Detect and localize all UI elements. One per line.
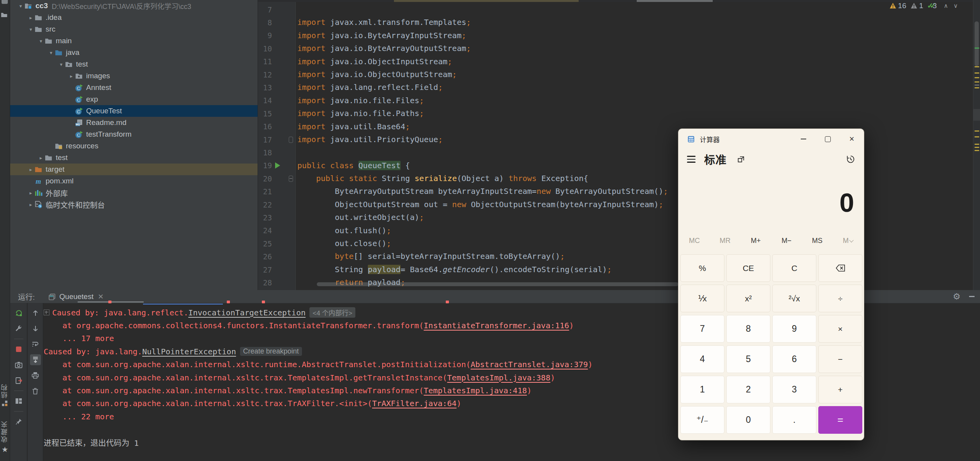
calc-button-square-root[interactable]: ²√x [772, 285, 816, 312]
inspections-widget[interactable]: 16 1 ✓✓ 3 ∧ ∨ [889, 1, 958, 10]
stacktrace-link[interactable]: TemplatesImpl.java:418 [424, 386, 527, 395]
calc-button-decimal[interactable]: . [772, 406, 816, 434]
memory-button-m[interactable]: M+ [747, 236, 765, 245]
error-stripe-mark[interactable] [975, 81, 979, 83]
code-editor[interactable]: 78import javax.xml.transform.Templates;9… [258, 0, 980, 290]
stacktrace-link[interactable]: AbstractTranslet.java:379 [471, 360, 588, 369]
cut-tool-icon[interactable] [2, 0, 8, 4]
stacktrace-link[interactable]: TrAXFilter.java:64 [372, 399, 457, 408]
fold-handle-icon[interactable] [289, 137, 293, 143]
tree-item-queuetest[interactable]: CQueueTest [10, 105, 258, 117]
tree-item-testtransform[interactable]: CtestTransform [10, 128, 258, 140]
calc-button-four[interactable]: 4 [680, 345, 724, 373]
calc-button-clear[interactable]: C [772, 254, 816, 282]
scroll-to-end-icon[interactable] [30, 354, 41, 365]
next-problem-chevron-icon[interactable]: ∨ [954, 2, 958, 9]
error-stripe-mark[interactable] [975, 147, 979, 148]
tree-item-anntest[interactable]: CAnntest [10, 82, 258, 93]
chevron-down-icon[interactable]: ▾ [37, 38, 45, 44]
project-tool-icon[interactable] [1, 11, 9, 17]
tree-item-外部库[interactable]: ▸外部库 [10, 187, 258, 199]
tree-item-images[interactable]: ▸images [10, 70, 258, 82]
chevron-right-icon[interactable]: ▸ [37, 155, 45, 161]
calc-button-seven[interactable]: 7 [680, 315, 724, 343]
calc-button-eight[interactable]: 8 [726, 315, 770, 343]
calc-button-nine[interactable]: 9 [772, 315, 816, 343]
weak-warnings-group[interactable]: 1 [910, 2, 923, 10]
tree-item-resources[interactable]: resources [10, 140, 258, 152]
error-stripe-mark[interactable] [975, 77, 979, 78]
stacktrace-link[interactable]: InstantiateTransformer.java:116 [424, 321, 569, 330]
memory-button-m[interactable]: M [839, 236, 857, 245]
error-stripe-mark[interactable] [975, 84, 979, 86]
editor-horizontal-scrollbar[interactable] [317, 282, 678, 286]
error-stripe-mark[interactable] [975, 48, 979, 49]
calc-button-percent[interactable]: % [680, 254, 724, 282]
memory-button-ms[interactable]: MS [808, 236, 826, 245]
chevron-right-icon[interactable]: ▸ [27, 190, 35, 196]
calc-button-minus[interactable]: − [818, 345, 862, 373]
chevron-right-icon[interactable]: ▸ [67, 73, 75, 79]
tree-item-test[interactable]: ▸test [10, 152, 258, 164]
camera-icon[interactable] [13, 359, 24, 370]
chevron-down-icon[interactable]: ▾ [17, 3, 25, 9]
tree-item-exp[interactable]: Cexp [10, 93, 258, 105]
chevron-right-icon[interactable]: ▸ [27, 167, 35, 172]
edit-configuration-wrench-icon[interactable] [13, 323, 24, 334]
gear-icon[interactable]: ⚙ [953, 292, 961, 301]
typos-group[interactable]: ✓✓ 3 [927, 1, 937, 10]
stacktrace-link[interactable]: TemplatesImpl.java:388 [447, 373, 551, 382]
tree-item-临时文件和控制台[interactable]: ▸临时文件和控制台 [10, 199, 258, 210]
calc-button-three[interactable]: 3 [772, 376, 816, 403]
stripe-structure-button[interactable]: 结构 [0, 384, 10, 406]
tree-item-main[interactable]: ▾main [10, 35, 258, 47]
prev-problem-chevron-icon[interactable]: ∧ [944, 2, 948, 9]
tree-item-idea[interactable]: ▸.idea [10, 12, 258, 23]
clear-all-trash-icon[interactable] [30, 385, 41, 396]
error-stripe-mark[interactable] [975, 144, 979, 145]
keep-on-top-icon[interactable] [737, 155, 745, 164]
chevron-down-icon[interactable]: ▾ [27, 26, 35, 32]
down-stack-arrow-icon[interactable] [30, 323, 41, 334]
calc-button-equals[interactable]: = [818, 406, 862, 434]
warnings-group[interactable]: 16 [889, 2, 906, 10]
hamburger-menu-icon[interactable] [687, 156, 696, 163]
calc-button-negate[interactable]: ⁺/₋ [680, 406, 724, 434]
stop-button[interactable] [13, 344, 24, 355]
tree-item-java[interactable]: ▾java [10, 47, 258, 58]
pin-icon[interactable] [13, 416, 24, 427]
error-stripe-mark[interactable] [975, 87, 979, 88]
exit-icon[interactable] [13, 375, 24, 386]
calculator-titlebar[interactable]: 计算器 × [678, 129, 864, 149]
soft-wrap-icon[interactable] [30, 339, 41, 350]
error-stripe-mark[interactable] [975, 130, 979, 132]
print-icon[interactable] [30, 370, 41, 381]
tree-item-cc3[interactable]: ▾cc3D:\WebSecurity\CTF\JAVA\反序列化学习\cc3 [10, 0, 258, 12]
calc-button-divide[interactable]: ÷ [818, 285, 862, 312]
calc-button-one[interactable]: 1 [680, 376, 724, 403]
expand-icon[interactable] [44, 310, 49, 315]
memory-button-m[interactable]: M− [777, 236, 795, 245]
maximize-button[interactable] [816, 129, 840, 149]
calc-button-square[interactable]: x² [726, 285, 770, 312]
editor-error-stripe[interactable] [973, 0, 980, 290]
up-stack-arrow-icon[interactable] [30, 308, 41, 318]
error-stripe-mark[interactable] [975, 72, 979, 74]
chevron-right-icon[interactable]: ▸ [27, 15, 35, 21]
calc-button-backspace[interactable] [818, 254, 862, 282]
hide-panel-icon[interactable] [969, 296, 975, 297]
tree-item-src[interactable]: ▾src [10, 23, 258, 35]
tree-item-pom-xml[interactable]: mpom.xml [10, 175, 258, 187]
chevron-down-icon[interactable]: ▾ [47, 50, 55, 56]
chevron-right-icon[interactable]: ▸ [27, 202, 35, 208]
calc-button-multiply[interactable]: × [818, 315, 862, 343]
fold-icon[interactable] [289, 176, 293, 182]
calc-button-two[interactable]: 2 [726, 376, 770, 403]
rerun-button[interactable] [13, 308, 24, 318]
calc-button-clear-entry[interactable]: CE [726, 254, 770, 282]
stripe-favorites-button[interactable]: 收藏夹 ★ [0, 421, 10, 454]
calc-button-plus[interactable]: + [818, 376, 862, 403]
error-stripe-mark[interactable] [975, 150, 979, 151]
tree-item-readme-md[interactable]: MDReadme.md [10, 117, 258, 128]
close-button[interactable]: × [840, 129, 864, 149]
